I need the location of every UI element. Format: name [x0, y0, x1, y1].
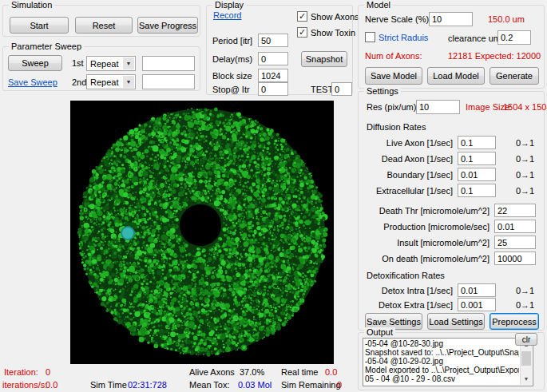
sweep-second-label: 2nd	[72, 77, 86, 87]
res-input[interactable]	[416, 100, 460, 114]
sweep-second-select-value: Repeat	[90, 77, 118, 87]
display-group: Display Record ✓ Show Axons ✓ Show Toxin…	[206, 5, 353, 95]
sweep-second-select[interactable]: Repeat ▼	[86, 74, 136, 89]
detox-intra-range: 0→1	[516, 286, 534, 295]
boundary-rate-label: Boundary [1/sec]	[359, 170, 453, 180]
iterations-per-sec-label: iterations/s:	[2, 380, 47, 390]
detoxification-rates-title: Detoxification Rates	[367, 271, 445, 280]
parameter-sweep-group: Parameter Sweep Sweep 1st Repeat ▼ Save …	[2, 46, 200, 91]
save-sweep-link[interactable]: Save Sweep	[8, 77, 57, 87]
clearance-input[interactable]	[497, 30, 531, 45]
model-group-title: Model	[364, 0, 393, 10]
start-button[interactable]: Start	[10, 17, 69, 34]
detox-extra-input[interactable]	[458, 298, 496, 311]
sweep-first-select-value: Repeat	[90, 59, 118, 69]
extracellular-rate-range: 0→1	[516, 186, 534, 196]
res-label: Res (pix/um)	[367, 102, 416, 112]
real-time-value: 0.0	[325, 367, 337, 377]
simulation-group: Simulation Start Reset Save Progress	[2, 5, 200, 37]
period-label: Period [itr]	[212, 36, 252, 46]
stop-at-itr-input[interactable]	[258, 82, 288, 96]
chevron-down-icon[interactable]: ▼	[123, 76, 134, 88]
sweep-first-label: 1st	[72, 58, 84, 68]
settings-group: Settings Res (pix/um) Image Size: 1504 x…	[358, 91, 545, 331]
record-link[interactable]: Record	[213, 10, 241, 20]
output-log-line: -05-04 @10-29-02.jpg	[365, 357, 519, 366]
show-axons-label: Show Axons	[311, 12, 359, 22]
generate-button[interactable]: Generate	[490, 67, 539, 85]
mean-tox-label: Mean Tox:	[189, 380, 230, 390]
show-toxin-label: Show Toxin	[311, 28, 355, 38]
death-thr-input[interactable]	[494, 204, 536, 217]
detox-intra-input[interactable]	[458, 283, 496, 297]
checkbox-check-icon[interactable]: ✓	[297, 27, 307, 38]
preprocess-button[interactable]: Preprocess	[490, 313, 539, 330]
sweep-button[interactable]: Sweep	[8, 55, 62, 71]
output-log-line: 05 - 04 @10 - 29 - 08.csv	[365, 374, 519, 383]
diffusion-rates-title: Diffusion Rates	[367, 122, 426, 132]
iterations-per-sec-value: 0.0	[46, 380, 57, 390]
detox-extra-range: 0→1	[516, 300, 534, 310]
display-group-title: Display	[212, 0, 246, 10]
block-size-label: Block size	[212, 71, 252, 81]
strict-radius-label: Strict Raduis	[379, 33, 428, 42]
num-axons-label: Num of Axons:	[365, 51, 422, 61]
chevron-down-icon[interactable]: ▼	[123, 57, 134, 69]
clearance-label: clearance um	[448, 34, 501, 43]
scrollbar-thumb[interactable]	[521, 351, 531, 366]
alive-axons-value: 37.0%	[240, 367, 264, 377]
sim-remaining-value: 0	[337, 380, 342, 390]
output-group: Output -05-04 @10-28-30.jpg Snapshot sav…	[358, 332, 545, 390]
reset-button[interactable]: Reset	[75, 17, 133, 34]
checkbox-check-icon[interactable]	[365, 32, 375, 42]
test-input[interactable]	[331, 82, 352, 96]
load-model-button[interactable]: Load Model	[427, 67, 485, 85]
iteration-label: Iteration:	[4, 367, 38, 377]
on-death-input[interactable]	[494, 251, 536, 265]
output-scrollbar[interactable]: ▲ ▼	[520, 339, 532, 385]
dead-axon-rate-input[interactable]	[458, 152, 496, 165]
scroll-down-icon[interactable]: ▼	[521, 374, 532, 385]
detox-extra-label: Detox Extra [1/sec]	[359, 300, 453, 310]
save-progress-button[interactable]: Save Progress	[137, 17, 198, 34]
sweep-first-input[interactable]	[142, 56, 195, 71]
output-log-line: -05-04 @10-28-30.jpg	[365, 339, 519, 348]
insult-label: Insult [micromole/um^2]	[359, 238, 490, 247]
delay-input[interactable]	[258, 52, 288, 65]
nerve-scale-label: Nerve Scale (%)	[365, 14, 429, 24]
save-model-button[interactable]: Save Model	[365, 67, 422, 85]
sim-remaining-label: Sim Remaining	[281, 380, 341, 390]
image-size-value: 1504 x 1504	[503, 102, 547, 112]
live-axon-rate-input[interactable]	[458, 136, 496, 149]
death-thr-label: Death Thr [micromole/um^2]	[359, 206, 490, 216]
extracellular-rate-input[interactable]	[458, 184, 496, 197]
output-log-line: Snapshot saved to: ..\..\Project_Output\…	[365, 348, 519, 357]
app-window: Simulation Start Reset Save Progress Par…	[0, 0, 547, 392]
sim-time-value: 02:31:728	[128, 380, 167, 390]
checkbox-check-icon[interactable]: ✓	[297, 11, 307, 22]
nerve-scale-input[interactable]	[429, 12, 473, 26]
snapshot-button[interactable]: Snapshot	[301, 51, 347, 67]
extracellular-rate-label: Extracellular [1/sec]	[359, 186, 453, 196]
show-toxin-checkbox[interactable]: ✓ Show Toxin	[297, 27, 355, 38]
sweep-second-input[interactable]	[142, 74, 195, 89]
clear-output-button[interactable]: clr	[515, 333, 537, 346]
block-size-input[interactable]	[258, 69, 288, 82]
model-group: Model Nerve Scale (%) 150.0 um Strict Ra…	[358, 5, 545, 89]
sim-time-label: Sim Time	[90, 380, 127, 390]
load-settings-button[interactable]: Load Settings	[427, 313, 485, 330]
show-axons-checkbox[interactable]: ✓ Show Axons	[297, 11, 359, 22]
output-log-line: Model exported to ..\..\Project_Output\E…	[365, 366, 519, 374]
period-input[interactable]	[258, 34, 288, 47]
boundary-rate-input[interactable]	[458, 168, 496, 181]
live-axon-rate-range: 0→1	[516, 138, 534, 148]
sweep-first-select[interactable]: Repeat ▼	[86, 56, 136, 71]
production-input[interactable]	[494, 220, 536, 233]
output-log-lines: -05-04 @10-28-30.jpg Snapshot saved to: …	[365, 339, 519, 383]
insult-input[interactable]	[494, 236, 536, 249]
output-log[interactable]: -05-04 @10-28-30.jpg Snapshot saved to: …	[363, 338, 533, 386]
production-label: Production [micromole/sec]	[359, 222, 490, 232]
strict-radius-checkbox[interactable]: Strict Raduis	[365, 32, 428, 42]
num-axons-value: 12181 Expected: 12000	[448, 51, 541, 61]
parameter-sweep-group-title: Parameter Sweep	[9, 42, 84, 51]
